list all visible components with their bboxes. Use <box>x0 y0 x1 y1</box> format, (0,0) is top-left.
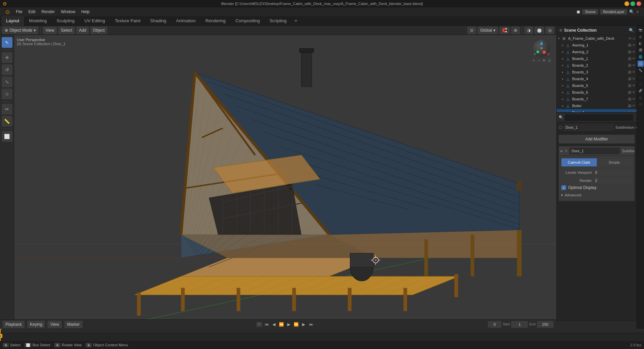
render-layer-selector[interactable]: RenderLayer <box>600 9 627 14</box>
file-menu[interactable]: File <box>13 9 25 15</box>
blender-menu[interactable]: ⊙ <box>3 8 12 16</box>
playhead-marker[interactable]: 0 <box>0 334 2 338</box>
overlay-toggle[interactable]: ⬤ <box>534 27 544 34</box>
add-workspace-button[interactable]: + <box>292 17 300 25</box>
scene-properties-btn[interactable]: 🎬 <box>638 47 644 53</box>
add-menu-btn[interactable]: Add <box>76 27 89 34</box>
render-properties-btn[interactable]: 📷 <box>638 27 644 33</box>
advanced-row[interactable]: ▸ Advanced <box>561 191 632 198</box>
physics-btn[interactable]: ◌ <box>638 81 644 87</box>
view-layer-btn[interactable]: ◧ <box>638 40 644 46</box>
tree-item-boards6[interactable]: ▸ △ Boards_6 🎥 👁 <box>557 89 637 96</box>
modifier-expand-icon[interactable]: ▸ <box>561 149 563 153</box>
particles-btn[interactable]: ⋯ <box>638 74 644 80</box>
render-menu[interactable]: Render <box>39 9 57 15</box>
properties-search-bar[interactable] <box>565 114 633 121</box>
step-back-btn[interactable]: ◀ <box>271 321 277 327</box>
mode-selector[interactable]: ⊕ Object Mode ▾ <box>2 27 38 34</box>
tab-scripting[interactable]: Scripting <box>265 16 291 26</box>
tree-item-boiler[interactable]: ▸ △ Boiler 🎥 👁 <box>557 102 637 109</box>
object-data-btn[interactable]: △ <box>638 94 644 100</box>
scene-selector[interactable]: Scene <box>582 9 598 14</box>
select-tool[interactable]: ↖ <box>2 37 12 48</box>
tree-item-boards4[interactable]: ▸ △ Boards_4 🎥 👁 <box>557 75 637 82</box>
global-selector[interactable]: Global ▾ <box>477 27 498 34</box>
object-menu-btn[interactable]: Object <box>90 27 108 34</box>
maximize-button[interactable]: □ <box>631 1 635 6</box>
tab-uv-editing[interactable]: UV Editing <box>80 16 110 26</box>
close-button[interactable]: ✕ <box>637 1 641 6</box>
annotate-tool[interactable]: ✏ <box>2 104 12 115</box>
timeline-track[interactable]: 0 <box>0 333 644 341</box>
jump-back-btn[interactable]: ⏪ <box>279 321 285 327</box>
render-value[interactable]: 2 <box>593 177 632 184</box>
move-tool[interactable]: ✛ <box>2 52 12 63</box>
tab-modeling[interactable]: Modeling <box>24 16 52 26</box>
zoom-in-btn[interactable]: + <box>531 58 536 63</box>
catmull-clark-btn[interactable]: Catmull-Clark <box>561 158 597 166</box>
icon-v2[interactable]: 👁 <box>632 50 635 54</box>
current-frame-input[interactable] <box>488 321 501 328</box>
playback-menu[interactable]: Playback <box>3 321 25 328</box>
navigation-gizmo[interactable]: X Y Z + − ✈ 🎥 <box>531 40 552 67</box>
marker-menu[interactable]: Marker <box>64 321 82 328</box>
scale-tool[interactable]: ⤡ <box>2 76 12 87</box>
measure-tool[interactable]: 📏 <box>2 116 12 127</box>
current-frame-display[interactable] <box>488 321 501 328</box>
add-modifier-button[interactable]: Add Modifier <box>559 135 635 144</box>
visibility-eye-icon[interactable]: 👁 <box>628 37 632 40</box>
material-btn[interactable]: ⬭ <box>638 101 644 107</box>
zoom-out-btn[interactable]: − <box>537 58 541 63</box>
icon-r2[interactable]: 🎥 <box>628 50 632 54</box>
tree-item-boards1[interactable]: ▸ △ Boards_1 🎥 👁 <box>557 55 637 62</box>
search-collections-icon[interactable]: 🔍 <box>629 28 634 33</box>
start-frame-input[interactable] <box>511 321 528 328</box>
end-frame-input[interactable] <box>537 321 554 328</box>
fly-mode-btn[interactable]: ✈ <box>542 58 547 63</box>
minimize-button[interactable]: — <box>624 1 629 6</box>
play-btn[interactable]: ▶ <box>286 321 292 327</box>
rotate-tool[interactable]: ↺ <box>2 64 12 75</box>
transform-tool[interactable]: ⊹ <box>2 89 12 99</box>
keying-menu[interactable]: Keying <box>27 321 45 328</box>
constraints-btn[interactable]: 🔗 <box>638 88 644 94</box>
simple-btn[interactable]: Simple <box>597 158 632 166</box>
proportional-edit[interactable]: ⊚ <box>511 27 520 34</box>
select-menu-btn[interactable]: Select <box>58 27 75 34</box>
output-properties-btn[interactable]: 🖨 <box>638 34 644 40</box>
tab-rendering[interactable]: Rendering <box>201 16 230 26</box>
search-icon[interactable]: 🔍 <box>629 9 634 14</box>
modifier-properties-btn[interactable]: 🔧 <box>638 67 644 73</box>
jump-fwd-btn[interactable]: ⏩ <box>293 321 299 327</box>
object-properties-btn[interactable]: ⬡ <box>638 61 644 67</box>
view-menu-btn[interactable]: View <box>43 27 57 34</box>
filter-icon[interactable]: ≡ <box>636 9 639 14</box>
jump-end-btn[interactable]: ⏭ <box>308 321 314 327</box>
object-name-input[interactable] <box>563 124 614 131</box>
viewport-icon[interactable]: ⊙ <box>633 37 635 40</box>
xray-toggle[interactable]: ◎ <box>546 27 554 34</box>
3d-viewport[interactable]: User Perspective (0) Scene Collection | … <box>14 35 556 329</box>
levels-viewport-value[interactable]: 0 <box>593 169 632 176</box>
tree-item-boards2[interactable]: ▸ △ Boards_2 🎥 👁 <box>557 62 637 69</box>
tab-texture-paint[interactable]: Texture Paint <box>110 16 145 26</box>
restrict-render-icon[interactable]: 🎥 <box>628 43 632 47</box>
tree-item-boards7[interactable]: ▸ △ Boards_7 🎥 👁 <box>557 96 637 102</box>
transform-pivot[interactable]: ⊙ <box>467 27 476 34</box>
snap-toggle[interactable]: 🧲 <box>499 27 510 34</box>
tree-item-awning2[interactable]: ▸ △ Awning_2 🎥 👁 <box>557 49 637 55</box>
modifier-name-input[interactable] <box>569 148 620 154</box>
jump-start-btn[interactable]: ⏮ <box>264 321 270 327</box>
viewport-shading[interactable]: ◑ <box>524 27 533 34</box>
world-properties-btn[interactable]: 🌐 <box>638 54 644 60</box>
window-menu[interactable]: Window <box>58 9 78 15</box>
tab-compositing[interactable]: Compositing <box>231 16 264 26</box>
optimal-display-checkbox[interactable]: ✓ <box>561 185 566 190</box>
properties-search-icon[interactable]: 🔍 <box>559 115 563 120</box>
tree-item-boards5[interactable]: ▸ △ Boards_5 🎥 👁 <box>557 82 637 89</box>
restrict-viewport-icon[interactable]: 👁 <box>632 43 635 47</box>
tree-item-awning1[interactable]: ▸ △ Awning_1 🎥 👁 <box>557 42 637 49</box>
step-fwd-btn[interactable]: ▶ <box>301 321 307 327</box>
edit-menu[interactable]: Edit <box>26 9 38 15</box>
help-menu[interactable]: Help <box>79 9 92 15</box>
